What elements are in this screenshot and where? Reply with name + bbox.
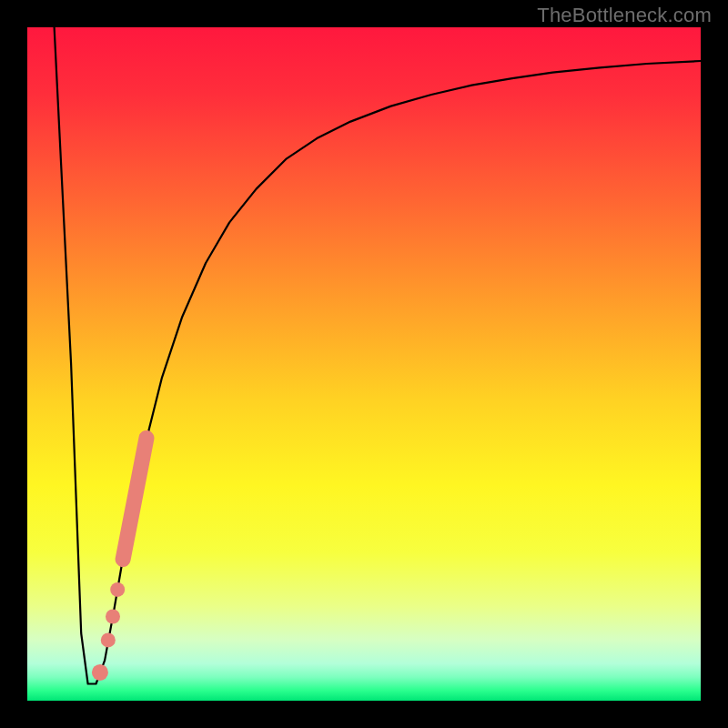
plot-area: [27, 27, 701, 701]
marker-dot: [110, 582, 125, 597]
marker-group: [92, 438, 147, 681]
marker-capsule: [123, 438, 147, 559]
chart-frame: TheBottleneck.com: [0, 0, 728, 728]
bottleneck-curve: [55, 27, 701, 684]
curve-layer: [27, 27, 701, 701]
watermark-text: TheBottleneck.com: [537, 4, 712, 27]
marker-dot: [92, 664, 108, 681]
marker-dot: [101, 632, 116, 647]
marker-dot: [106, 610, 120, 624]
